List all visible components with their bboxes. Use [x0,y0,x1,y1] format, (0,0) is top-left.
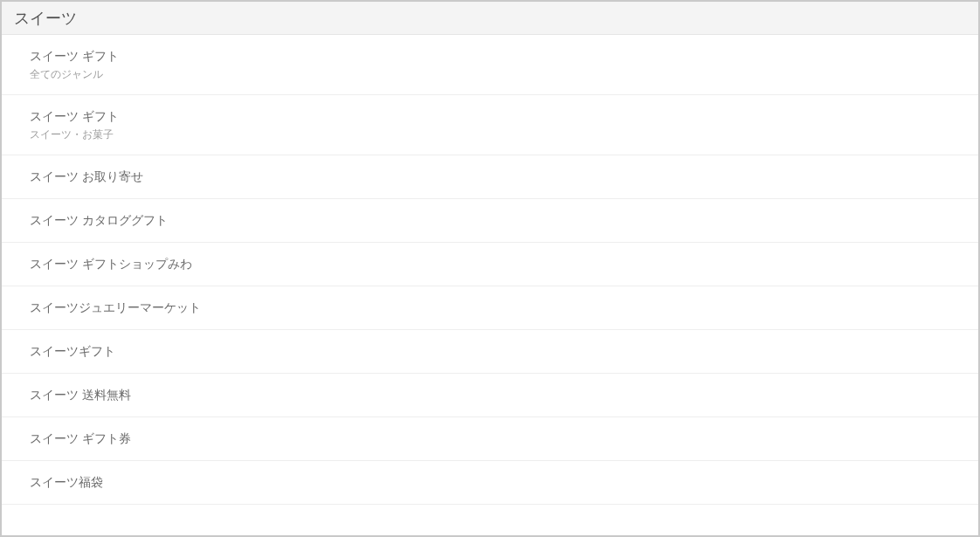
suggestion-sub: スイーツ・お菓子 [30,127,978,142]
suggestion-item[interactable]: スイーツ カタロググフト [2,199,978,243]
suggestion-title: スイーツジュエリーマーケット [30,299,978,317]
suggestion-item[interactable]: スイーツジュエリーマーケット [2,286,978,330]
suggestion-title: スイーツ お取り寄せ [30,168,978,186]
suggestion-item[interactable]: スイーツ ギフト券 [2,417,978,461]
suggestion-item[interactable]: スイーツ ギフトショップみわ [2,243,978,286]
suggestion-title: スイーツ ギフト [30,107,978,126]
suggestion-title: スイーツ福袋 [30,473,978,492]
suggestion-item[interactable]: スイーツ ギフト スイーツ・お菓子 [2,95,978,155]
search-dropdown-container: スイーツ ギフト 全てのジャンル スイーツ ギフト スイーツ・お菓子 スイーツ … [0,0,980,537]
suggestion-item[interactable]: スイーツ福袋 [2,461,978,505]
suggestion-title: スイーツ ギフトショップみわ [30,255,978,273]
suggestion-title: スイーツ 送料無料 [30,386,978,404]
suggestion-item[interactable]: スイーツ お取り寄せ [2,155,978,199]
suggestion-title: スイーツ カタロググフト [30,211,978,230]
suggestion-title: スイーツ ギフト [30,47,978,65]
search-input[interactable] [14,9,966,27]
suggestion-item[interactable]: スイーツ 送料無料 [2,374,978,417]
suggestions-list: スイーツ ギフト 全てのジャンル スイーツ ギフト スイーツ・お菓子 スイーツ … [2,35,978,535]
search-bar [2,2,978,35]
suggestion-item[interactable]: スイーツ ギフト 全てのジャンル [2,35,978,95]
suggestion-title: スイーツギフト [30,342,978,361]
suggestion-title: スイーツ ギフト券 [30,430,978,448]
suggestion-item[interactable]: スイーツギフト [2,330,978,374]
suggestion-sub: 全てのジャンル [30,67,978,82]
